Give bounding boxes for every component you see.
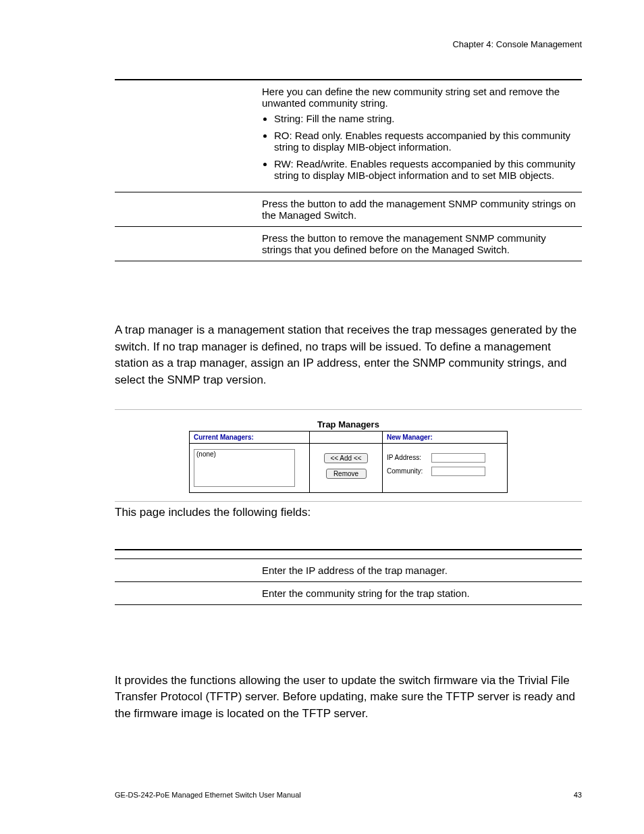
table-cell-left [115, 558, 258, 581]
fields-caption: This page includes the following fields: [115, 506, 582, 519]
table-cell-left [115, 80, 258, 192]
table-header-left [115, 550, 258, 559]
trap-managers-table: Current Managers: New Manager: (none) <<… [189, 431, 508, 493]
tftp-paragraph: It provides the functions allowing the u… [115, 673, 582, 723]
ip-address-input[interactable] [431, 453, 485, 463]
row-intro: Here you can define the new community st… [262, 86, 578, 109]
table-cell-right: Here you can define the new community st… [258, 80, 582, 192]
table-cell-right: Enter the IP address of the trap manager… [258, 558, 582, 581]
list-item: RW: Read/write. Enables requests accompa… [274, 158, 578, 181]
ip-address-label: IP Address: [387, 454, 429, 461]
footer-page-number: 43 [574, 791, 582, 799]
cell-buttons: << Add << Remove [310, 443, 383, 492]
list-value: (none) [196, 450, 216, 458]
page-footer: GE-DS-242-PoE Managed Ethernet Switch Us… [115, 791, 582, 799]
table-cell-right: Enter the community string for the trap … [258, 581, 582, 604]
community-input[interactable] [431, 467, 485, 476]
col-header-blank [310, 431, 383, 443]
col-header-current: Current Managers: [190, 431, 310, 443]
footer-doc-title: GE-DS-242-PoE Managed Ethernet Switch Us… [115, 791, 301, 799]
list-item: String: Fill the name string. [274, 113, 578, 124]
trap-intro-paragraph: A trap manager is a management station t… [115, 322, 582, 389]
table-cell-left [115, 192, 258, 227]
table-header-right [258, 550, 582, 559]
chapter-header: Chapter 4: Console Management [115, 39, 582, 49]
table-cell-left [115, 227, 258, 261]
table-cell-left [115, 581, 258, 604]
col-header-new: New Manager: [383, 431, 508, 443]
panel-title: Trap Managers [317, 419, 379, 429]
definition-table-1: Here you can define the new community st… [115, 80, 582, 261]
community-label: Community: [387, 467, 429, 475]
cell-new-manager: IP Address: Community: [383, 443, 508, 492]
remove-button[interactable]: Remove [326, 469, 367, 479]
cell-current-managers: (none) [190, 443, 310, 492]
bullet-list: String: Fill the name string. RO: Read o… [274, 113, 578, 181]
table-cell-right: Press the button to add the management S… [258, 192, 582, 227]
page: Chapter 4: Console Management Here you c… [0, 0, 644, 834]
table-cell-right: Press the button to remove the managemen… [258, 227, 582, 261]
add-button[interactable]: << Add << [324, 453, 367, 463]
current-managers-list[interactable]: (none) [194, 449, 295, 487]
list-item: RO: Read only. Enables requests accompan… [274, 130, 578, 153]
definition-table-2: Enter the IP address of the trap manager… [115, 549, 582, 605]
trap-managers-panel: Trap Managers Current Managers: New Mana… [115, 409, 582, 502]
